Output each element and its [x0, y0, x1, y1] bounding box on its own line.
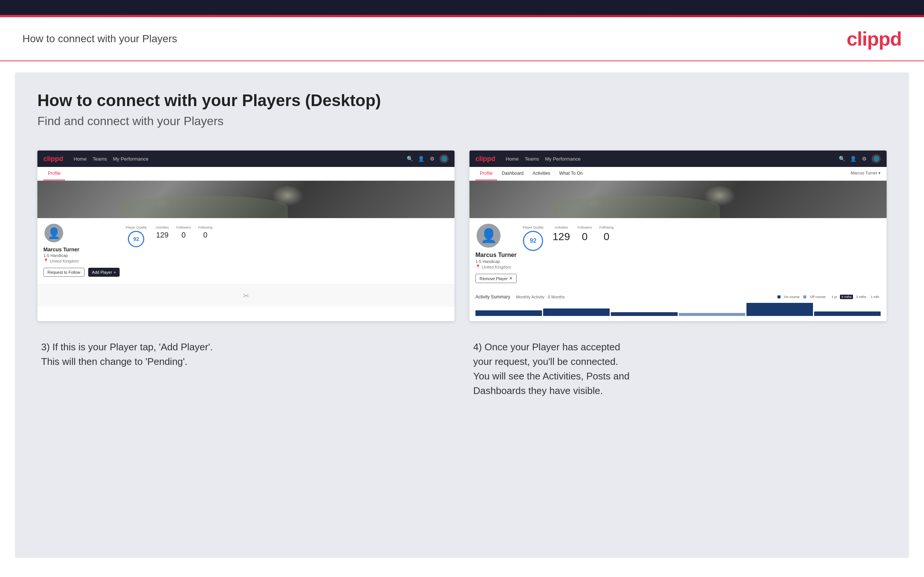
avatar-icon-2: 👤 — [480, 228, 497, 243]
tab-whattoon-2[interactable]: What To On — [555, 167, 587, 181]
stat-following-1: Following 0 — [198, 226, 212, 239]
player-name-2: Marcus Turner — [475, 252, 517, 258]
header-title: How to connect with your Players — [23, 33, 177, 45]
oncourse-dot — [777, 295, 780, 298]
player-handicap-1: 1-5 Handicap — [44, 253, 120, 258]
nav-teams-2[interactable]: Teams — [525, 156, 539, 162]
avatar-1: 👤 — [44, 222, 64, 243]
quality-label-1: Player Quality — [126, 226, 147, 229]
page-subtitle: Find and connect with your Players — [37, 114, 887, 128]
quality-circle-2: 92 — [523, 231, 543, 251]
app-nav-items-2: Home Teams My Performance — [506, 156, 830, 162]
followers-value-1: 0 — [182, 231, 186, 239]
player-dropdown-2[interactable]: Marcus Turner ▾ — [851, 167, 880, 181]
stat-followers-2: Followers 0 — [577, 226, 592, 243]
clippd-logo: clippd — [846, 27, 901, 50]
nav-performance-1[interactable]: My Performance — [113, 156, 149, 162]
followers-value-2: 0 — [582, 231, 588, 243]
profile-info-1: 👤 Marcus Turner 1-5 Handicap 📍 United Ki… — [37, 218, 454, 284]
oncourse-label: On course — [784, 295, 800, 299]
player-name-1: Marcus Turner — [44, 247, 120, 253]
activities-label-1: Activities — [155, 226, 169, 229]
stat-following-2: Following 0 — [599, 226, 613, 243]
filter-1yr[interactable]: 1 yr — [830, 295, 838, 299]
following-label-1: Following — [198, 226, 212, 229]
stat-quality-1: Player Quality 92 — [126, 226, 147, 247]
screenshots-row: clippd Home Teams My Performance 🔍 👤 ⚙ 🌐… — [37, 150, 887, 321]
remove-player-label: Remove Player — [480, 276, 507, 281]
bar-6 — [814, 311, 880, 316]
quality-value-2: 92 — [530, 237, 536, 244]
avatar-2: 👤 — [475, 222, 502, 249]
settings-icon-1[interactable]: ⚙ — [428, 155, 436, 163]
add-player-button-1[interactable]: Add Player + — [88, 268, 120, 277]
top-bar — [0, 0, 924, 15]
player-location-2: 📍 United Kingdom — [475, 264, 517, 269]
quality-circle-1: 92 — [128, 231, 144, 247]
profile-info-2: 👤 Marcus Turner 1-5 Handicap 📍 United Ki… — [470, 218, 887, 290]
screenshot-2: clippd Home Teams My Performance 🔍 👤 ⚙ 🌐… — [470, 150, 887, 321]
globe-icon-1[interactable]: 🌐 — [439, 154, 449, 163]
following-value-2: 0 — [604, 231, 610, 243]
description-block-2: 4) Once your Player has acceptedyour req… — [470, 340, 887, 398]
bar-5 — [746, 303, 813, 316]
activities-label-2: Activities — [555, 226, 568, 229]
bar-2 — [543, 308, 610, 316]
search-icon-1[interactable]: 🔍 — [406, 155, 414, 163]
app-tabbar-1: Profile — [37, 167, 454, 181]
screenshot-bottom-1: ✂ — [37, 284, 454, 306]
screenshot-1: clippd Home Teams My Performance 🔍 👤 ⚙ 🌐… — [37, 150, 454, 321]
description-block-1: 3) If this is your Player tap, 'Add Play… — [37, 340, 454, 398]
nav-teams-1[interactable]: Teams — [93, 156, 107, 162]
user-icon-2[interactable]: 👤 — [849, 155, 857, 163]
header: How to connect with your Players clippd — [0, 17, 924, 61]
footer: Copyright Clippd 2022 — [0, 569, 924, 577]
following-label-2: Following — [599, 226, 613, 229]
offcourse-dot — [803, 295, 806, 298]
app-navbar-1: clippd Home Teams My Performance 🔍 👤 ⚙ 🌐 — [37, 150, 454, 167]
player-handicap-2: 1-5 Handicap — [475, 259, 517, 264]
app-nav-icons-2: 🔍 👤 ⚙ 🌐 — [838, 154, 880, 163]
stat-activities-2: Activities 129 — [552, 226, 570, 243]
nav-home-1[interactable]: Home — [74, 156, 87, 162]
golf-fairway-2 — [553, 196, 720, 218]
plus-icon-1: + — [114, 270, 116, 274]
following-value-1: 0 — [204, 231, 207, 239]
remove-player-button[interactable]: Remove Player ✕ — [475, 274, 517, 283]
avatar-icon-1: 👤 — [47, 227, 61, 239]
search-icon-2[interactable]: 🔍 — [838, 155, 845, 163]
quality-value-1: 92 — [133, 236, 139, 242]
description-text-1: 3) If this is your Player tap, 'Add Play… — [41, 340, 451, 369]
activity-legend: On course Off course — [777, 295, 826, 299]
tab-dashboard-2[interactable]: Dashboard — [497, 167, 528, 181]
offcourse-label: Off course — [810, 295, 825, 299]
tab-activities-2[interactable]: Activities — [528, 167, 555, 181]
bar-3 — [611, 312, 677, 316]
user-icon-1[interactable]: 👤 — [417, 155, 425, 163]
filter-3mths[interactable]: 3 mths — [855, 295, 867, 299]
app-logo-2: clippd — [475, 155, 495, 163]
filter-6mths[interactable]: 6 mths — [840, 295, 853, 299]
nav-home-2[interactable]: Home — [506, 156, 519, 162]
descriptions-row: 3) If this is your Player tap, 'Add Play… — [37, 340, 887, 398]
stat-activities-1: Activities 129 — [155, 226, 169, 239]
settings-icon-2[interactable]: ⚙ — [861, 155, 868, 163]
activity-summary: Activity Summary Monthly Activity · 6 Mo… — [470, 290, 887, 321]
nav-performance-2[interactable]: My Performance — [545, 156, 580, 162]
add-player-label-1: Add Player — [92, 270, 112, 274]
app-logo-1: clippd — [44, 155, 63, 163]
golf-image-1 — [37, 181, 454, 218]
stat-quality-2: Player Quality 92 — [523, 226, 543, 251]
tab-profile-1[interactable]: Profile — [44, 167, 65, 181]
golf-image-2 — [470, 181, 887, 218]
time-filters: 1 yr 6 mths 3 mths 1 mth — [830, 295, 880, 299]
player-location-1: 📍 United Kingdom — [44, 258, 120, 263]
action-buttons-1: Request to Follow Add Player + — [44, 268, 120, 278]
filter-1mth[interactable]: 1 mth — [869, 295, 880, 299]
globe-icon-2[interactable]: 🌐 — [872, 154, 880, 163]
bar-1 — [475, 310, 542, 316]
action-buttons-2: Remove Player ✕ — [475, 274, 517, 285]
follow-button-1[interactable]: Request to Follow — [44, 268, 84, 277]
tab-profile-2[interactable]: Profile — [475, 167, 497, 181]
activities-value-2: 129 — [552, 231, 570, 243]
